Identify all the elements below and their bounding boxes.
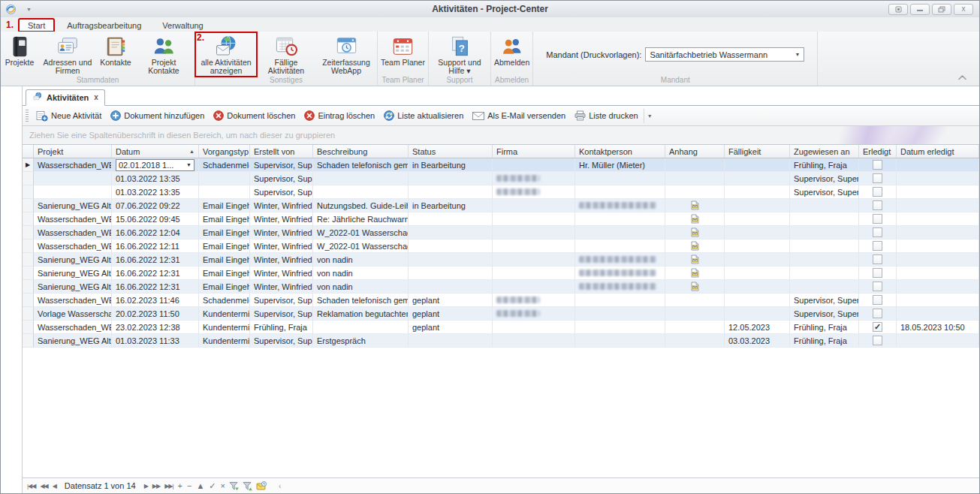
- cell-anhang[interactable]: [665, 280, 725, 294]
- cell-faelligkeit[interactable]: [725, 226, 790, 239]
- cell-beschreibung[interactable]: W_2022-01 Wasserschaden_WE: [313, 239, 409, 253]
- table-row[interactable]: Wasserschaden_WEG G...16.06.2022 12:04Em…: [23, 226, 979, 239]
- cell-erstellt_von[interactable]: Supervisor, Super...: [250, 294, 313, 307]
- cell-erstellt_von[interactable]: Winter, Winfried: [250, 280, 313, 294]
- column-header-erledigt[interactable]: Erledigt: [859, 145, 897, 158]
- column-header-beschreibung[interactable]: Beschreibung: [313, 145, 409, 158]
- toolbar-button-neue-aktivität[interactable]: Neue Aktivität: [32, 109, 106, 123]
- toolbar-button-liste-aktualisieren[interactable]: Liste aktualisieren: [379, 109, 468, 122]
- nav-commit-icon[interactable]: ✓: [207, 481, 218, 491]
- cell-beschreibung[interactable]: Erstgespräch: [313, 334, 409, 348]
- fullscreen-button[interactable]: [888, 4, 908, 15]
- table-row[interactable]: Wasserschaden_WEG G...23.02.2023 12:38Ku…: [23, 321, 979, 334]
- nav-next-page-icon[interactable]: ▶▶: [150, 483, 162, 489]
- toolbar-button-dokument-löschen[interactable]: Dokument löschen: [209, 109, 300, 122]
- cell-kontaktperson[interactable]: [575, 172, 665, 185]
- cell-zugewiesen_an[interactable]: Supervisor, Super...: [790, 185, 859, 199]
- cell-datum_erledigt[interactable]: [897, 334, 979, 348]
- column-header-zugewiesen-an[interactable]: Zugewiesen an: [790, 145, 859, 158]
- cell-anhang[interactable]: [665, 212, 725, 226]
- erledigt-checkbox[interactable]: [873, 227, 882, 237]
- cell-zugewiesen_an[interactable]: [790, 267, 859, 280]
- column-header-firma[interactable]: Firma: [493, 145, 575, 158]
- cell-beschreibung[interactable]: [313, 185, 409, 199]
- cell-firma[interactable]: [493, 267, 575, 280]
- erledigt-checkbox[interactable]: [873, 255, 882, 264]
- cell-beschreibung[interactable]: von nadin: [313, 280, 409, 294]
- erledigt-checkbox[interactable]: ✓: [873, 322, 882, 332]
- nav-delete-icon[interactable]: −: [185, 481, 194, 490]
- cell-status[interactable]: [409, 212, 493, 226]
- cell-kontaktperson[interactable]: Hr. Müller (Mieter): [575, 158, 665, 172]
- cell-datum[interactable]: 16.02.2023 11:46: [112, 294, 199, 307]
- cell-projekt[interactable]: Wasserschaden_WEG G...: [34, 226, 112, 239]
- row-indicator[interactable]: ▶: [23, 158, 34, 172]
- cell-status[interactable]: [409, 172, 493, 185]
- table-row[interactable]: Wasserschaden_WEG G...16.06.2022 12:11Em…: [23, 239, 979, 253]
- cell-firma[interactable]: [493, 239, 575, 253]
- row-indicator[interactable]: [23, 226, 34, 239]
- cell-faelligkeit[interactable]: [725, 239, 790, 253]
- cell-zugewiesen_an[interactable]: Frühling, Fraja: [790, 321, 859, 334]
- cell-faelligkeit[interactable]: [725, 172, 790, 185]
- column-header-status[interactable]: Status: [409, 145, 493, 158]
- nav-edit-icon[interactable]: ▲: [194, 481, 207, 490]
- ribbon-tab-verwaltung[interactable]: Verwaltung: [154, 20, 211, 32]
- cell-firma[interactable]: [493, 212, 575, 226]
- cell-erledigt[interactable]: [859, 294, 897, 307]
- cell-firma[interactable]: [493, 226, 575, 239]
- erledigt-checkbox[interactable]: [873, 309, 882, 318]
- cell-beschreibung[interactable]: Schaden telefonisch gemeldet: [313, 294, 409, 307]
- minimize-button[interactable]: [910, 4, 930, 15]
- cell-kontaktperson[interactable]: [575, 334, 665, 348]
- cell-vorgangstyp[interactable]: [199, 172, 250, 185]
- cell-datum_erledigt[interactable]: [897, 172, 979, 185]
- table-row[interactable]: 01.03.2022 13:35Supervisor, Super...Supe…: [23, 185, 979, 199]
- cell-beschreibung[interactable]: von nadin: [313, 253, 409, 267]
- ribbon-tab-start[interactable]: Start: [19, 19, 54, 32]
- cell-beschreibung[interactable]: Re: Jährliche Rauchwarnmelder: [313, 212, 409, 226]
- row-indicator[interactable]: [23, 199, 34, 212]
- cell-erledigt[interactable]: [859, 253, 897, 267]
- cell-kontaktperson[interactable]: [575, 307, 665, 321]
- cell-anhang[interactable]: [665, 239, 725, 253]
- cell-projekt[interactable]: Sanierung_WEG Altstadt...: [34, 334, 112, 348]
- cell-erledigt[interactable]: [859, 199, 897, 212]
- table-row[interactable]: ▶Wasserschaden_WEG G...02.01.2018 1...▼S…: [23, 158, 979, 172]
- attachment-icon[interactable]: [691, 282, 699, 291]
- erledigt-checkbox[interactable]: [873, 336, 882, 345]
- cell-beschreibung[interactable]: W_2022-01 Wasserschaden_WE: [313, 226, 409, 239]
- cell-faelligkeit[interactable]: [725, 158, 790, 172]
- cell-zugewiesen_an[interactable]: [790, 239, 859, 253]
- history-icon[interactable]: [255, 481, 268, 491]
- cell-firma[interactable]: [493, 294, 575, 307]
- cell-faelligkeit[interactable]: [725, 267, 790, 280]
- cell-projekt[interactable]: Wasserschaden_WEG G...: [34, 239, 112, 253]
- cell-erledigt[interactable]: [859, 307, 897, 321]
- cell-erstellt_von[interactable]: Supervisor, Super...: [250, 172, 313, 185]
- erledigt-checkbox[interactable]: [873, 160, 882, 170]
- cell-erstellt_von[interactable]: Frühling, Fraja: [250, 321, 313, 334]
- cell-faelligkeit[interactable]: [725, 307, 790, 321]
- ribbon-button-projekt-kontakte[interactable]: Projekt Kontakte: [134, 33, 194, 76]
- ribbon-tab-auftragsbearbeitung[interactable]: Auftragsbearbeitung: [59, 20, 149, 32]
- table-row[interactable]: Wasserschaden_WEG G...16.02.2023 11:46Sc…: [23, 294, 979, 307]
- table-row[interactable]: Sanierung_WEG Altstadt...01.03.2023 11:3…: [23, 334, 979, 348]
- erledigt-checkbox[interactable]: [873, 214, 882, 224]
- toolbar-button-eintrag-löschen[interactable]: Eintrag löschen: [300, 109, 379, 122]
- ribbon-button-team-planer[interactable]: Team Planer: [378, 33, 427, 76]
- cell-zugewiesen_an[interactable]: Frühling, Fraja: [790, 158, 859, 172]
- cell-anhang[interactable]: [665, 226, 725, 239]
- cell-erledigt[interactable]: [859, 334, 897, 348]
- cell-vorgangstyp[interactable]: Schadenmeldung: [199, 158, 250, 172]
- nav-next-icon[interactable]: ▶: [142, 483, 150, 489]
- column-header-anhang[interactable]: Anhang: [665, 145, 725, 158]
- cell-erstellt_von[interactable]: Winter, Winfried: [250, 199, 313, 212]
- cell-firma[interactable]: [493, 307, 575, 321]
- cell-projekt[interactable]: Wasserschaden_WEG G...: [34, 158, 112, 172]
- ribbon-button-fällige-aktivitäten[interactable]: Fällige Aktivitäten: [256, 33, 316, 76]
- table-row[interactable]: Sanierung_WEG Altstadt...16.06.2022 12:3…: [23, 253, 979, 267]
- cell-faelligkeit[interactable]: [725, 199, 790, 212]
- cell-projekt[interactable]: Sanierung_WEG Altstadt...: [34, 267, 112, 280]
- cell-kontaktperson[interactable]: [575, 267, 665, 280]
